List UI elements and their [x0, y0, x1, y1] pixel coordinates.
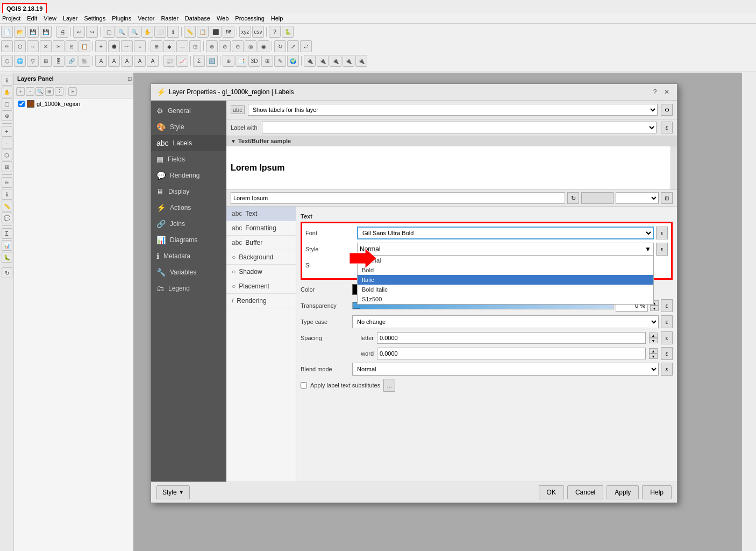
move-btn[interactable]: ↔ [27, 40, 39, 52]
label5-btn[interactable]: A [147, 55, 159, 67]
filter-layer-btn[interactable]: 🔍 [35, 87, 44, 96]
dialog-help-btn[interactable]: ? [650, 87, 660, 97]
tool-meas[interactable]: 📏 [2, 201, 12, 211]
menu-vector[interactable]: Vector [138, 15, 154, 22]
tool-zoom-in[interactable]: + [2, 126, 12, 137]
csv-btn[interactable]: csv [252, 26, 264, 38]
cancel-button[interactable]: Cancel [567, 485, 603, 499]
add-wfs-btn[interactable]: 🔗 [66, 55, 77, 67]
lorem-reset-btn[interactable]: ↻ [567, 192, 579, 204]
tool-graph2[interactable]: 📊 [2, 240, 12, 251]
rotate-btn[interactable]: ↻ [274, 40, 286, 52]
lorem-extra-btn[interactable]: ⊡ [661, 192, 673, 204]
tool-zoom-layer[interactable]: ⬡ [2, 150, 12, 160]
sub-nav-rendering-inner[interactable]: / Rendering [226, 294, 296, 308]
label4-btn[interactable]: A [134, 55, 146, 67]
zoom-out-btn[interactable]: 🔍 [129, 26, 140, 38]
layer-checkbox[interactable] [18, 101, 25, 107]
nav-metadata[interactable]: ℹ Metadata [151, 248, 226, 264]
paste-btn[interactable]: 📋 [79, 40, 90, 52]
ring-btn[interactable]: ◎ [245, 40, 256, 52]
tool-move[interactable]: ⊕ [2, 110, 12, 121]
tool-refresh[interactable]: ↻ [2, 267, 12, 278]
blend-mode-select[interactable]: Normal [352, 363, 659, 376]
font-select[interactable]: Gill Sans Ultra Bold [357, 227, 654, 239]
style-option-italic[interactable]: Italic [358, 275, 653, 285]
add-vector-btn[interactable]: ▽ [27, 55, 39, 67]
sub-nav-background[interactable]: ○ Background [226, 250, 296, 265]
python-btn[interactable]: 🐍 [282, 26, 294, 38]
3d-btn[interactable]: 3D [248, 55, 260, 67]
save-as-btn[interactable]: 💾 [40, 26, 52, 38]
copy-btn[interactable]: ⎘ [66, 40, 77, 52]
digitize-btn[interactable]: + [95, 40, 107, 52]
cut-btn[interactable]: ✂ [53, 40, 65, 52]
word-spin-up[interactable]: ▲ [649, 348, 658, 354]
nav-variables[interactable]: 🔧 Variables [151, 264, 226, 280]
lorem-input[interactable] [231, 192, 565, 204]
select-btn[interactable]: ▢ [103, 26, 115, 38]
word-spin-down[interactable]: ▼ [649, 354, 658, 359]
sub-nav-shadow[interactable]: ○ Shadow [226, 265, 296, 279]
type-case-select[interactable]: No change [352, 315, 659, 328]
circle-btn[interactable]: ○ [134, 40, 146, 52]
plugin1-btn[interactable]: 🔌 [304, 55, 316, 67]
show-labels-select[interactable]: Show labels for this layer [248, 104, 658, 116]
letter-expr-btn[interactable]: ε [661, 331, 673, 344]
plugin2-btn[interactable]: 🔌 [317, 55, 329, 67]
nav-joins[interactable]: 🔗 Joins [151, 216, 226, 232]
add-raster-btn[interactable]: ⊞ [40, 55, 52, 67]
tool-identify[interactable]: ℹ [2, 189, 12, 200]
apply-substitute-btn[interactable]: … [383, 379, 395, 392]
type-case-expr-btn[interactable]: ε [661, 315, 673, 328]
label3-btn[interactable]: A [121, 55, 133, 67]
trans-expr-btn[interactable]: ε [661, 299, 673, 312]
line-btn[interactable]: — [176, 40, 188, 52]
globe-btn[interactable]: 🌍 [287, 55, 299, 67]
nav-display[interactable]: 🖥 Display [151, 183, 226, 200]
flip-btn[interactable]: ⇌ [300, 40, 312, 52]
add-postgis-btn[interactable]: 🐘 [79, 55, 90, 67]
dialog-close-btn[interactable]: ✕ [662, 87, 672, 97]
nav-legend[interactable]: 🗂 Legend [151, 280, 226, 296]
tool-select[interactable]: ▢ [2, 98, 12, 109]
help-button[interactable]: Help [642, 485, 672, 499]
add-db-btn[interactable]: 🗄 [53, 55, 65, 67]
fill-btn[interactable]: ◉ [258, 40, 269, 52]
poly-btn[interactable]: ⬟ [108, 40, 120, 52]
trans-spin-down[interactable]: ▼ [650, 306, 659, 311]
letter-spin-down[interactable]: ▼ [649, 338, 658, 343]
sub-nav-buffer[interactable]: abc Buffer [226, 236, 296, 250]
panel-float-btn[interactable]: ⊡ [125, 74, 134, 83]
nav-fields[interactable]: ▤ Fields [151, 151, 226, 167]
style-select-open[interactable]: Normal ▼ [357, 243, 654, 256]
style-option-bold[interactable]: Bold [358, 265, 653, 275]
label2-btn[interactable]: A [108, 55, 120, 67]
print-btn[interactable]: 🖨 [56, 26, 68, 38]
attribute-btn[interactable]: 📋 [197, 26, 209, 38]
ok-button[interactable]: OK [539, 485, 564, 499]
layer-item[interactable]: gl_1000k_region [14, 98, 147, 109]
add-layer-btn[interactable]: + [16, 87, 25, 96]
edit-pencil-btn[interactable]: ✏ [1, 40, 13, 52]
new-btn[interactable]: 📄 [1, 26, 13, 38]
label-tool-btn[interactable]: A [95, 55, 107, 67]
tile-btn[interactable]: ⬛ [210, 26, 222, 38]
style-expr-btn[interactable]: ε [656, 243, 668, 256]
apply-button[interactable]: Apply [607, 485, 639, 499]
node-btn[interactable]: ⬡ [14, 40, 26, 52]
calc-btn[interactable]: 🔢 [206, 55, 218, 67]
sub-nav-placement[interactable]: ○ Placement [226, 279, 296, 294]
menu-settings[interactable]: Settings [84, 15, 105, 22]
lorem-format-select[interactable] [616, 192, 659, 204]
nav-style[interactable]: 🎨 Style [151, 119, 226, 135]
measure-btn[interactable]: 📏 [184, 26, 196, 38]
menu-processing[interactable]: Processing [235, 15, 264, 22]
tool-hand[interactable]: ✋ [2, 87, 12, 97]
zoom-full-btn[interactable]: ⬜ [154, 26, 166, 38]
tool-zoom-ext[interactable]: ⊞ [2, 161, 12, 172]
layer-options-btn[interactable]: ⋮ [55, 87, 63, 96]
zoom-in-btn[interactable]: 🔍 [116, 26, 127, 38]
grid-btn[interactable]: ⊞ [261, 55, 273, 67]
graph-btn[interactable]: 📈 [176, 55, 188, 67]
